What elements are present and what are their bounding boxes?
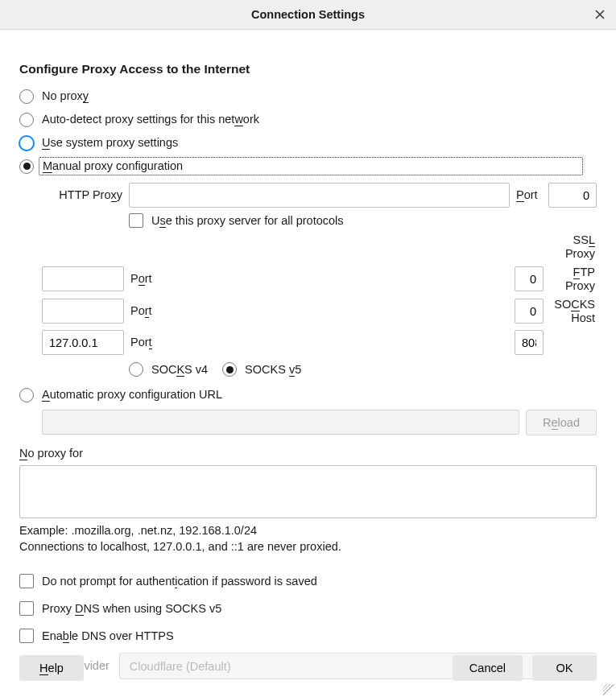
no-prompt-auth-label: Do not prompt for authentication if pass… — [42, 575, 317, 588]
ssl-port-input[interactable] — [515, 266, 544, 291]
radio-auto-detect[interactable]: Auto-detect proxy settings for this netw… — [19, 108, 597, 131]
socks-port-input[interactable] — [515, 330, 544, 355]
ssl-proxy-label: SSL Proxy — [548, 233, 597, 260]
no-proxy-for-input[interactable] — [19, 465, 597, 518]
use-for-all-label: Use this proxy server for all protocols — [151, 214, 344, 228]
use-for-all-checkbox[interactable] — [129, 213, 143, 228]
radio-socks-v4-label: SOCKS v4 — [151, 363, 208, 377]
no-proxy-example: Example: .mozilla.org, .net.nz, 192.168.… — [19, 524, 597, 537]
socks-host-input[interactable] — [42, 330, 124, 355]
ftp-port-label: Port — [129, 304, 510, 318]
manual-proxy-grid: HTTP Proxy Port Use this proxy server fo… — [42, 183, 597, 378]
section-heading: Configure Proxy Access to the Internet — [19, 62, 597, 76]
resize-grip-icon[interactable] — [603, 684, 614, 695]
radio-manual-proxy-label: Manual proxy configuration — [39, 157, 583, 175]
no-prompt-auth-row[interactable]: Do not prompt for authentication if pass… — [19, 567, 597, 595]
ssl-proxy-input[interactable] — [42, 266, 124, 291]
proxy-mode-group: No proxy Auto-detect proxy settings for … — [19, 85, 597, 178]
ftp-port-input[interactable] — [515, 299, 544, 324]
radio-pac-url-label: Automatic proxy configuration URL — [42, 388, 222, 402]
close-button[interactable] — [590, 5, 610, 24]
proxy-dns-row[interactable]: Proxy DNS when using SOCKS v5 — [19, 595, 597, 622]
ssl-port-label: Port — [129, 272, 510, 286]
http-port-input[interactable] — [548, 183, 597, 208]
radio-manual-proxy[interactable]: Manual proxy configuration — [19, 155, 597, 178]
radio-no-proxy[interactable]: No proxy — [19, 85, 597, 108]
title-bar: Connection Settings — [0, 0, 616, 30]
http-proxy-input[interactable] — [129, 183, 510, 208]
ok-button[interactable]: OK — [532, 655, 597, 681]
radio-socks-v5-label: SOCKS v5 — [245, 363, 301, 377]
radio-socks-v4[interactable]: SOCKS v4 — [129, 361, 208, 378]
dialog-title: Connection Settings — [251, 8, 365, 21]
close-icon — [595, 10, 605, 19]
radio-system-proxy[interactable]: Use system proxy settings — [19, 131, 597, 155]
help-button[interactable]: Help — [19, 655, 84, 681]
dialog-footer: Help Cancel OK — [19, 655, 597, 681]
no-proxy-localhost-note: Connections to localhost, 127.0.0.1, and… — [19, 540, 597, 553]
cancel-button[interactable]: Cancel — [453, 655, 523, 681]
proxy-dns-label: Proxy DNS when using SOCKS v5 — [42, 602, 221, 616]
radio-no-proxy-label: No proxy — [42, 89, 89, 103]
dialog-content: Configure Proxy Access to the Internet N… — [0, 30, 616, 697]
radio-system-proxy-label: Use system proxy settings — [42, 136, 178, 150]
ftp-proxy-input[interactable] — [42, 299, 124, 324]
pac-url-input — [42, 410, 519, 435]
socks-host-label: SOCKS Host — [548, 298, 597, 324]
radio-pac-url[interactable]: Automatic proxy configuration URL — [19, 383, 597, 406]
ftp-proxy-label: FTP Proxy — [548, 266, 597, 292]
radio-socks-v5[interactable]: SOCKS v5 — [222, 361, 301, 378]
enable-doh-row[interactable]: Enable DNS over HTTPS — [19, 622, 597, 650]
radio-auto-detect-label: Auto-detect proxy settings for this netw… — [42, 113, 259, 126]
reload-button: Reload — [526, 410, 597, 435]
http-proxy-label: HTTP Proxy — [42, 188, 124, 202]
no-proxy-for-label: No proxy for — [19, 447, 597, 460]
http-port-label: Port — [515, 188, 544, 202]
enable-doh-label: Enable DNS over HTTPS — [42, 629, 174, 643]
socks-port-label: Port — [129, 336, 510, 349]
